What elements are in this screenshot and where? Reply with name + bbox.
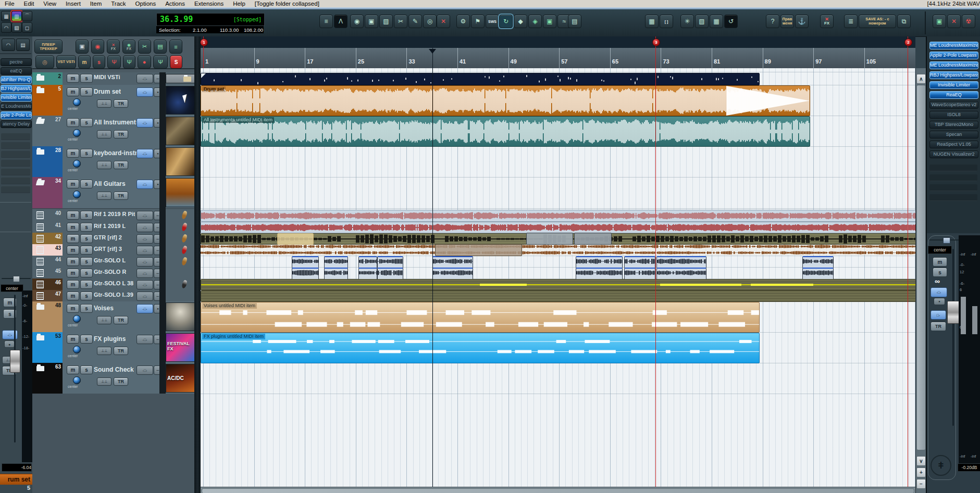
gtr-solo-take[interactable] (292, 268, 319, 280)
master-solo-button[interactable]: s (933, 268, 947, 277)
brackets-icon[interactable]: [ ] (660, 15, 673, 28)
radiation-icon[interactable]: ☢ (962, 15, 975, 28)
routing-free-icon[interactable]: Ψ (153, 55, 168, 69)
track-routing-button[interactable]: -□- (137, 118, 153, 128)
track-name[interactable]: Rif 1 2019 L (94, 223, 126, 229)
dock-fx-item[interactable]: E LoudnessMaxi (1, 103, 32, 110)
grt3-overlap-take[interactable] (435, 244, 522, 256)
rack-fx-item[interactable]: Apple 2-Pole Lowpass F (929, 52, 978, 59)
folder-delete-icon[interactable]: ✕ (947, 15, 961, 28)
gtr-solo-take[interactable] (576, 268, 623, 280)
track-mute-button[interactable]: m (67, 211, 79, 220)
item-snap-icon[interactable]: ◈ (528, 15, 542, 28)
master-recarm-button[interactable]: ● (934, 298, 945, 305)
marker-1[interactable]: 1 (200, 39, 208, 46)
rack-fx-item[interactable]: ME LoudnessMaximize (929, 42, 978, 49)
track-routing-button[interactable]: -□- (137, 180, 153, 189)
rack-fx-item[interactable]: RBJ Highpass/Lowpass (929, 71, 978, 79)
menu-item-file[interactable]: File (0, 1, 19, 7)
track-name[interactable]: GTR [rif] 2 (94, 234, 122, 241)
track-routing-button[interactable]: -□- (137, 87, 153, 97)
track-color-strip[interactable]: 42 (32, 233, 63, 244)
track-panmode-button[interactable]: ⊥⊥ (97, 316, 111, 324)
folder-up-icon[interactable]: ▤ (154, 40, 167, 54)
zoom-in-button[interactable]: + (916, 467, 926, 477)
master-fader-handle[interactable] (947, 301, 960, 324)
track-tr-button[interactable]: TR (114, 161, 128, 169)
help-icon[interactable]: ? (766, 15, 779, 28)
track-routing-button[interactable]: -□- (137, 211, 153, 220)
track-thumbnail-folder[interactable] (166, 74, 195, 83)
menu-item-item[interactable]: Item (85, 1, 106, 7)
track-color-strip[interactable]: 63 (32, 363, 63, 394)
routing-show-icon[interactable]: Ψ (123, 55, 135, 69)
track-mute-button[interactable]: m (67, 149, 79, 158)
track-routing-button[interactable]: -□- (137, 149, 153, 158)
rack-fx-item[interactable]: NUGEN Visualizer2 (929, 150, 978, 158)
track-color-strip[interactable]: 5 (32, 85, 63, 116)
record-list-icon[interactable]: ● (138, 55, 151, 69)
gtr2-overlap-take-1[interactable] (526, 233, 573, 245)
fit-project-icon[interactable]: ▣ (365, 15, 378, 28)
track-thumbnail-guitars[interactable] (166, 178, 195, 207)
hscroll-thumb[interactable] (202, 488, 914, 493)
lock-icon[interactable]: ▣ (76, 40, 89, 54)
undo-history-icon[interactable]: ↺ (724, 15, 738, 28)
track-name[interactable]: MIDI VSTi (94, 74, 120, 80)
track-color-strip[interactable]: 34 (32, 177, 63, 208)
lasso-icon[interactable]: ⌒ (22, 11, 32, 21)
track-color-strip[interactable]: 40 (32, 209, 63, 221)
track-thumbnail-guitar[interactable] (181, 222, 188, 232)
track-name[interactable]: All Instruments (94, 119, 138, 126)
folder-icon[interactable] (36, 149, 44, 155)
scissors-icon[interactable]: ✂ (394, 15, 407, 28)
voises-item[interactable]: Voises untitled MIDI item (201, 302, 760, 333)
track-routing-button[interactable]: -□- (137, 74, 153, 83)
master-tr-button[interactable]: TR (931, 322, 946, 331)
folder-sync-icon[interactable]: ▣ (933, 15, 946, 28)
zoom-tool-icon[interactable]: ◎ (423, 15, 437, 28)
menu-item-actions[interactable]: Actions (160, 1, 190, 7)
track-routing-button[interactable]: -□- (137, 280, 153, 289)
track-mute-button[interactable]: m (67, 87, 79, 96)
color-theme-icon[interactable]: ▥ (11, 11, 22, 21)
track-mute-button[interactable]: m (67, 335, 79, 344)
menu-item-edit[interactable]: Edit (19, 1, 39, 7)
anchor-icon[interactable]: ⚓ (795, 15, 809, 28)
dock-fx-item[interactable]: abFilter Pro-Q 2 (1, 76, 32, 84)
track-color-strip[interactable]: 48 (32, 301, 63, 332)
track-thumbnail-guitar[interactable] (181, 257, 188, 266)
track-name[interactable]: GRT [rif] 3 (94, 246, 122, 252)
gtr-solo-take[interactable] (656, 268, 706, 280)
track-solo-button[interactable]: s (80, 280, 93, 289)
track-routing-button[interactable]: -□- (137, 257, 153, 267)
folder-new-icon[interactable]: ▧ (695, 15, 709, 28)
track-thumbnail-mic[interactable] (166, 302, 195, 331)
track-thumbnail-guitar[interactable] (181, 210, 188, 220)
track-thumbnail-guitar[interactable] (181, 245, 188, 255)
track-solo-button[interactable]: s (80, 74, 93, 83)
track-solo-button[interactable]: s (80, 87, 93, 96)
disc-icon[interactable]: ◎ (35, 55, 54, 69)
track-panmode-button[interactable]: ⊥⊥ (97, 161, 111, 169)
midi-vsti-item[interactable] (201, 73, 760, 85)
track-name[interactable]: Drum set (94, 88, 121, 95)
track-visibility-icon[interactable]: ◉ (350, 15, 364, 28)
grid-dots-icon[interactable]: ▦ (645, 15, 659, 28)
dock-pan-slider[interactable] (2, 276, 31, 281)
paint-icon[interactable]: ▧ (11, 22, 22, 33)
track-color-strip[interactable]: 2 (32, 72, 63, 85)
track-pan-knob[interactable] (73, 98, 81, 106)
menu-item-help[interactable]: Help (228, 1, 250, 7)
horizontal-scrollbar[interactable] (201, 487, 915, 493)
menu-item-options[interactable]: Options (131, 1, 161, 7)
gtr-solo-take[interactable] (624, 268, 655, 280)
repeat-toggle-icon[interactable]: ↻ (499, 15, 513, 28)
track-mute-button[interactable]: m (67, 304, 79, 313)
track-routing-button[interactable]: -□- (137, 292, 153, 301)
track-solo-button[interactable]: s (80, 304, 93, 313)
folder-icon[interactable] (36, 305, 44, 310)
track-mute-button[interactable]: m (67, 223, 79, 232)
wrench-icon[interactable]: ⚙ (456, 15, 470, 28)
gtr-solo-take[interactable] (358, 256, 377, 269)
